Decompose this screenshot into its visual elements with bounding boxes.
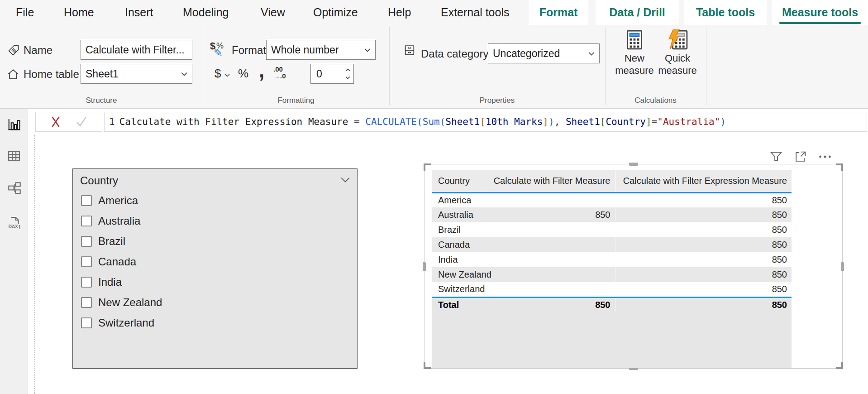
table-row: India850 — [432, 252, 792, 267]
resize-corner-handle[interactable] — [424, 362, 431, 369]
row-value-cell: 850 — [615, 222, 792, 237]
dax-token: [ — [600, 116, 606, 127]
resize-corner-handle[interactable] — [424, 163, 431, 171]
format-select[interactable]: Whole number — [266, 40, 376, 60]
column-header-country[interactable]: Country — [432, 170, 493, 192]
checkbox-unchecked[interactable] — [81, 256, 92, 267]
country-slicer: Country AmericaAustraliaBrazilCanadaIndi… — [72, 168, 358, 369]
dax-formula-bar[interactable]: 1 Calculate with Filter Expression Measu… — [104, 112, 867, 132]
dax-query-view-icon[interactable]: DAX — [7, 216, 22, 230]
checkbox-unchecked[interactable] — [81, 317, 92, 328]
tab-format[interactable]: Format — [529, 0, 588, 25]
cancel-formula-icon[interactable] — [50, 115, 62, 128]
slicer-item-new-zealand[interactable]: New Zealand — [81, 294, 162, 311]
tab-label: Measure tools — [782, 6, 858, 19]
row-value-cell: 850 — [615, 192, 792, 207]
thousands-separator-button[interactable]: , — [259, 59, 264, 82]
row-country-cell: New Zealand — [432, 267, 493, 282]
measure-name-input[interactable]: Calculate with Filter... — [81, 40, 192, 60]
decimal-places-value: 0 — [311, 68, 342, 80]
menu-item-file[interactable]: File — [16, 0, 34, 25]
slicer-item-australia[interactable]: Australia — [81, 213, 140, 229]
chevron-down-icon[interactable] — [224, 73, 230, 77]
slicer-item-label: Canada — [98, 255, 136, 268]
dax-token: = — [652, 116, 658, 127]
canvas-left-gutter — [34, 135, 35, 394]
percent-format-button[interactable]: % — [238, 67, 248, 81]
home-table-value: Sheet1 — [86, 68, 119, 80]
row-value-cell — [493, 222, 615, 237]
tab-data-drill[interactable]: Data / Drill — [596, 0, 679, 25]
resize-right-handle[interactable] — [841, 262, 844, 271]
spinner-up-icon[interactable] — [345, 68, 350, 72]
row-value-cell: 850 — [493, 207, 615, 222]
checkbox-unchecked[interactable] — [81, 195, 92, 206]
row-value-cell — [493, 237, 615, 252]
home-table-select[interactable]: Sheet1 — [81, 64, 192, 84]
slicer-item-brazil[interactable]: Brazil — [81, 233, 125, 250]
more-options-icon[interactable] — [818, 150, 832, 163]
resize-left-handle[interactable] — [423, 262, 426, 271]
data-category-label: Data category — [421, 48, 488, 60]
menu-item-view[interactable]: View — [261, 0, 285, 25]
currency-format-button[interactable]: $ — [215, 67, 221, 81]
decimal-places-spinner[interactable]: 0 — [310, 64, 354, 84]
filter-icon[interactable] — [769, 150, 783, 163]
focus-mode-icon[interactable] — [794, 150, 807, 163]
menu-item-modeling[interactable]: Modeling — [183, 0, 229, 25]
table-visual[interactable]: CountryCalculate with Filter MeasureCalc… — [424, 164, 843, 369]
new-measure-button[interactable]: New measure — [610, 29, 659, 77]
checkbox-unchecked[interactable] — [81, 216, 92, 226]
dax-token: "Australia" — [657, 116, 720, 127]
column-header-measure-2[interactable]: Calculate with Filter Expression Measure — [615, 170, 792, 192]
resize-top-handle[interactable] — [629, 163, 638, 166]
tab-label: Data / Drill — [609, 6, 665, 19]
dax-token: ) — [548, 116, 554, 127]
table-row: Switzerland850 — [432, 282, 792, 297]
slicer-item-switzerland[interactable]: Switzerland — [81, 315, 154, 331]
table-row: Canada850 — [432, 237, 792, 252]
spinner-down-icon[interactable] — [345, 76, 350, 79]
slicer-item-india[interactable]: India — [81, 274, 122, 290]
row-value-cell: 850 — [615, 252, 792, 267]
checkbox-unchecked[interactable] — [81, 236, 92, 247]
table-total-row: Total850850 — [432, 297, 792, 312]
menu-item-insert[interactable]: Insert — [125, 0, 153, 25]
model-view-icon[interactable] — [7, 181, 22, 196]
menu-item-help[interactable]: Help — [388, 0, 411, 25]
slicer-item-label: India — [98, 276, 122, 288]
dax-formula-text: Calculate with Filter Expression Measure… — [119, 116, 726, 127]
dax-token: ] — [543, 116, 548, 127]
formula-line-number: 1 — [105, 116, 119, 127]
menu-item-optimize[interactable]: Optimize — [313, 0, 358, 25]
data-category-select[interactable]: Uncategorized — [488, 43, 600, 63]
checkbox-unchecked[interactable] — [81, 297, 92, 308]
slicer-collapse-chevron-icon[interactable] — [341, 177, 350, 183]
accept-formula-icon[interactable] — [75, 115, 88, 128]
formatting-group-label: Formatting — [203, 96, 389, 105]
quick-measure-button[interactable]: Quick measure — [653, 29, 702, 77]
menu-item-external-tools[interactable]: External tools — [441, 0, 509, 25]
quick-measure-label: Quick measure — [653, 52, 702, 77]
formula-commit-box — [35, 112, 102, 132]
slicer-item-america[interactable]: America — [81, 192, 138, 209]
table-view-icon[interactable] — [7, 149, 21, 163]
tab-measure-tools[interactable]: Measure tools — [772, 0, 868, 25]
resize-corner-handle[interactable] — [836, 163, 843, 171]
row-country-cell: India — [432, 252, 493, 267]
tab-label: Table tools — [696, 6, 755, 19]
tab-table-tools[interactable]: Table tools — [684, 0, 767, 25]
decimal-places-icon[interactable]: .00 →.0 — [273, 66, 286, 79]
slicer-item-label: Australia — [98, 215, 140, 227]
slicer-item-label: Brazil — [98, 235, 125, 248]
active-tab-underline — [779, 22, 861, 24]
slicer-item-canada[interactable]: Canada — [81, 254, 136, 270]
resize-corner-handle[interactable] — [836, 362, 843, 369]
new-measure-label: New measure — [610, 52, 659, 77]
menu-bar: FileHomeInsertModelingViewOptimizeHelpEx… — [0, 0, 868, 25]
column-header-measure-1[interactable]: Calculate with Filter Measure — [493, 170, 615, 192]
menu-item-home[interactable]: Home — [64, 0, 94, 25]
dax-token: CALCULATE — [365, 116, 417, 127]
report-view-icon[interactable] — [7, 118, 21, 131]
checkbox-unchecked[interactable] — [81, 277, 92, 288]
